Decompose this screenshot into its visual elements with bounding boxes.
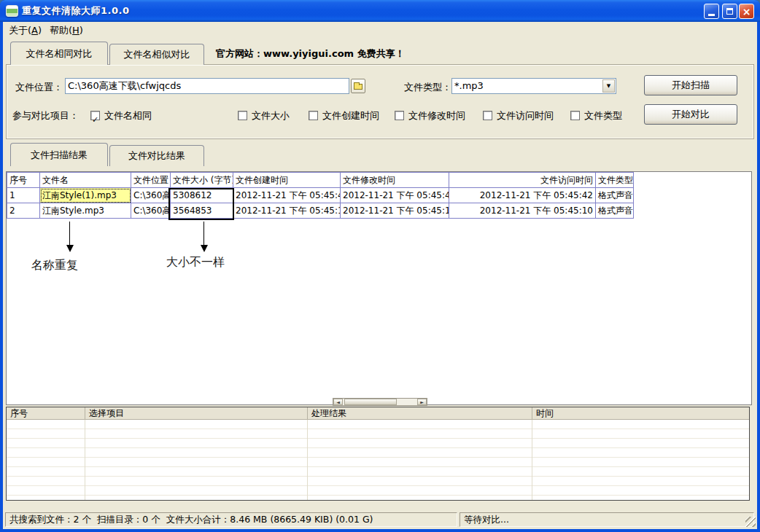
close-button[interactable]: × (739, 4, 754, 19)
scroll-right-icon[interactable]: ► (417, 399, 427, 405)
col-created[interactable]: 文件创建时间 (233, 173, 341, 188)
minimize-button[interactable] (704, 4, 719, 19)
col-selected-item: 选择项目 (85, 407, 307, 420)
checkbox-created-time-label[interactable]: 文件创建时间 (322, 109, 379, 122)
horizontal-scrollbar[interactable]: ◄ ► (333, 398, 427, 406)
col-size[interactable]: 文件大小 (字节) (171, 173, 233, 188)
tab-similar-name-compare[interactable]: 文件名相似对比 (109, 44, 204, 65)
cell-filename-highlighted[interactable]: 江南Style(1).mp3 (40, 188, 131, 203)
menu-bar: 关于(A) 帮助(H) (3, 22, 757, 39)
menu-help[interactable]: 帮助(H) (45, 22, 88, 39)
file-type-value: *.mp3 (454, 80, 484, 91)
app-window: 重复文件清除大师1.0.0 × 关于(A) 帮助(H) 文件名相同对比 文件名相… (0, 0, 760, 532)
checkbox-accessed-time-label[interactable]: 文件访问时间 (497, 109, 554, 122)
tab-same-name-compare[interactable]: 文件名相同对比 (10, 42, 108, 65)
cell-location[interactable]: C:\360高 (131, 203, 171, 219)
cell-accessed[interactable]: 2012-11-21 下午 05:45:42 (449, 188, 596, 203)
annotation-arrow-icon (66, 245, 74, 252)
status-summary: 共搜索到文件：2 个 扫描目录：0 个 文件大小合计：8.46 MB (8665… (5, 512, 457, 527)
minimize-icon (708, 14, 715, 16)
combo-dropdown-button[interactable]: ▼ (602, 79, 615, 93)
col-seq: 序号 (7, 407, 85, 420)
checkbox-file-size-label[interactable]: 文件大小 (252, 109, 290, 122)
scan-results-grid: 序号 文件名 文件位置 文件大小 (字节) 文件创建时间 文件修改时间 文件访问… (6, 171, 752, 405)
checkbox-file-type[interactable] (570, 111, 580, 120)
col-time: 时间 (532, 407, 751, 420)
maximize-icon (726, 8, 733, 15)
cell-created[interactable]: 2012-11-21 下午 05:45:10 (233, 203, 341, 219)
tab-compare-results[interactable]: 文件对比结果 (109, 145, 204, 166)
file-type-combobox[interactable]: *.mp3 ▼ (451, 78, 616, 94)
cell-modified[interactable]: 2012-11-21 下午 05:45:16 (341, 203, 449, 219)
status-state: 等待对比... (460, 512, 754, 527)
file-location-label: 文件位置： (15, 81, 63, 94)
cell-accessed[interactable]: 2012-11-21 下午 05:45:10 (449, 203, 596, 219)
col-process-result: 处理结果 (307, 407, 532, 420)
table-row[interactable]: 2 江南Style.mp3 C:\360高 3564853 2012-11-21… (7, 203, 752, 219)
browse-folder-button[interactable] (351, 79, 365, 93)
cell-location[interactable]: C:\360高 (131, 188, 171, 203)
title-bar[interactable]: 重复文件清除大师1.0.0 × (0, 0, 760, 22)
table-row[interactable]: 1 江南Style(1).mp3 C:\360高 5308612 2012-11… (7, 188, 752, 203)
window-title: 重复文件清除大师1.0.0 (22, 0, 130, 22)
annotation-arrow-line (203, 222, 204, 246)
menu-about[interactable]: 关于(A) (4, 22, 46, 39)
tab-scan-results[interactable]: 文件扫描结果 (10, 143, 108, 166)
scan-settings-panel: 文件位置： C:\360高速下载\cfwjqcds 文件类型： *.mp3 ▼ … (6, 64, 754, 139)
annotation-name-duplicate: 名称重复 (31, 258, 78, 273)
checkbox-accessed-time[interactable] (483, 111, 492, 120)
file-type-label: 文件类型： (404, 81, 451, 94)
cell-type[interactable]: 格式声音 (596, 188, 634, 203)
resize-grip-icon[interactable] (745, 517, 756, 527)
process-grid-header: 序号 选择项目 处理结果 时间 (7, 407, 749, 420)
cell-type[interactable]: 格式声音 (596, 203, 634, 219)
cell-seq[interactable]: 1 (7, 188, 40, 203)
checkbox-modified-time-label[interactable]: 文件修改时间 (408, 109, 465, 122)
app-icon (6, 5, 18, 17)
file-location-input[interactable]: C:\360高速下载\cfwjqcds (65, 78, 349, 94)
checkbox-created-time[interactable] (309, 111, 318, 120)
process-grid-body (7, 420, 749, 500)
cell-created[interactable]: 2012-11-21 下午 05:45:42 (233, 188, 341, 203)
annotation-size-different: 大小不一样 (166, 255, 225, 270)
cell-filename[interactable]: 江南Style.mp3 (40, 203, 131, 219)
website-note: 官方网站：www.yiyigui.com 免费共享！ (216, 47, 405, 60)
annotation-arrow-icon (201, 245, 208, 252)
checkbox-same-filename[interactable]: ✓ (90, 111, 100, 120)
col-location[interactable]: 文件位置 (131, 173, 171, 188)
check-icon: ✓ (92, 115, 98, 125)
maximize-button[interactable] (722, 4, 737, 19)
scroll-left-icon[interactable]: ◄ (333, 399, 343, 405)
checkbox-modified-time[interactable] (395, 111, 404, 120)
col-filename[interactable]: 文件名 (40, 173, 131, 188)
process-results-grid: 序号 选择项目 处理结果 时间 (6, 407, 750, 501)
col-filler (634, 173, 752, 188)
col-modified[interactable]: 文件修改时间 (341, 173, 449, 188)
size-highlight-box (168, 188, 234, 220)
checkbox-file-size[interactable] (238, 111, 247, 120)
cell-seq[interactable]: 2 (7, 203, 40, 219)
annotation-arrow-line (69, 222, 70, 246)
start-scan-button[interactable]: 开始扫描 (644, 75, 737, 95)
close-icon: × (742, 7, 751, 17)
folder-icon (354, 84, 362, 90)
scrollbar-thumb[interactable] (344, 399, 397, 405)
cell-modified[interactable]: 2012-11-21 下午 05:45:49 (341, 188, 449, 203)
status-bar: 共搜索到文件：2 个 扫描目录：0 个 文件大小合计：8.46 MB (8665… (3, 510, 757, 529)
col-accessed[interactable]: 文件访问时间 (449, 173, 596, 188)
checkbox-same-filename-label[interactable]: 文件名相同 (104, 109, 152, 122)
client-area: 关于(A) 帮助(H) 文件名相同对比 文件名相似对比 官方网站：www.yiy… (3, 22, 757, 529)
chevron-down-icon: ▼ (607, 83, 610, 89)
start-compare-button[interactable]: 开始对比 (644, 104, 737, 125)
scan-table-header-row: 序号 文件名 文件位置 文件大小 (字节) 文件创建时间 文件修改时间 文件访问… (7, 173, 752, 188)
checkbox-file-type-label[interactable]: 文件类型 (584, 109, 622, 122)
col-type[interactable]: 文件类型 (596, 173, 634, 188)
col-seq[interactable]: 序号 (7, 173, 40, 188)
criteria-label: 参与对比项目： (12, 109, 79, 122)
scan-results-table: 序号 文件名 文件位置 文件大小 (字节) 文件创建时间 文件修改时间 文件访问… (7, 172, 752, 219)
